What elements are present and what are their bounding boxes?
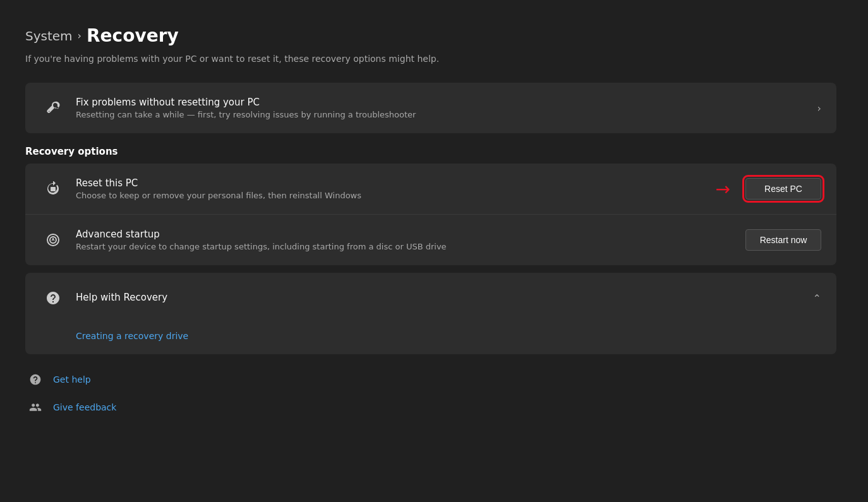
get-help-row[interactable]: Get help bbox=[25, 369, 836, 390]
creating-recovery-drive-link[interactable]: Creating a recovery drive bbox=[76, 331, 188, 341]
fix-problems-desc: Resetting can take a while — first, try … bbox=[76, 110, 817, 119]
chevron-right-icon: › bbox=[817, 102, 821, 114]
fix-problems-text: Fix problems without resetting your PC R… bbox=[76, 97, 817, 119]
advanced-startup-row: Advanced startup Restart your device to … bbox=[25, 215, 836, 265]
give-feedback-row[interactable]: Give feedback bbox=[25, 397, 836, 417]
get-help-link[interactable]: Get help bbox=[53, 374, 91, 385]
breadcrumb-current: Recovery bbox=[87, 25, 179, 46]
help-title: Help with Recovery bbox=[76, 292, 813, 303]
help-icon bbox=[40, 285, 66, 311]
recovery-options-card: Reset this PC Choose to keep or remove y… bbox=[25, 164, 836, 265]
wrench-icon bbox=[40, 95, 66, 121]
give-feedback-icon bbox=[25, 397, 45, 417]
give-feedback-link[interactable]: Give feedback bbox=[53, 402, 116, 412]
advanced-startup-title: Advanced startup bbox=[76, 229, 745, 240]
arrow-indicator: → bbox=[716, 179, 730, 200]
fix-problems-row[interactable]: Fix problems without resetting your PC R… bbox=[25, 83, 836, 133]
breadcrumb-separator: › bbox=[78, 30, 81, 42]
breadcrumb-system[interactable]: System bbox=[25, 28, 73, 44]
advanced-startup-text: Advanced startup Restart your device to … bbox=[76, 229, 745, 251]
fix-problems-title: Fix problems without resetting your PC bbox=[76, 97, 817, 108]
breadcrumb: System › Recovery bbox=[25, 25, 836, 46]
help-with-recovery-card: Help with Recovery ⌃ Creating a recovery… bbox=[25, 273, 836, 354]
restart-now-button[interactable]: Restart now bbox=[745, 229, 821, 251]
chevron-up-icon: ⌃ bbox=[813, 292, 821, 304]
reset-icon bbox=[40, 176, 66, 201]
reset-pc-desc: Choose to keep or remove your personal f… bbox=[76, 191, 716, 200]
help-with-recovery-header[interactable]: Help with Recovery ⌃ bbox=[25, 273, 836, 323]
footer-links: Get help Give feedback bbox=[25, 369, 836, 417]
help-title-text: Help with Recovery bbox=[76, 292, 813, 305]
reset-pc-text: Reset this PC Choose to keep or remove y… bbox=[76, 177, 716, 200]
reset-pc-row: Reset this PC Choose to keep or remove y… bbox=[25, 164, 836, 215]
advanced-startup-icon bbox=[40, 227, 66, 253]
svg-rect-0 bbox=[51, 187, 56, 191]
help-content: Creating a recovery drive bbox=[25, 323, 836, 354]
fix-problems-card[interactable]: Fix problems without resetting your PC R… bbox=[25, 83, 836, 133]
page-subtitle: If you're having problems with your PC o… bbox=[25, 54, 836, 64]
recovery-options-label: Recovery options bbox=[25, 146, 836, 157]
reset-pc-title: Reset this PC bbox=[76, 177, 716, 189]
get-help-icon bbox=[25, 369, 45, 390]
reset-pc-button[interactable]: Reset PC bbox=[745, 178, 821, 200]
advanced-startup-desc: Restart your device to change startup se… bbox=[76, 242, 745, 251]
